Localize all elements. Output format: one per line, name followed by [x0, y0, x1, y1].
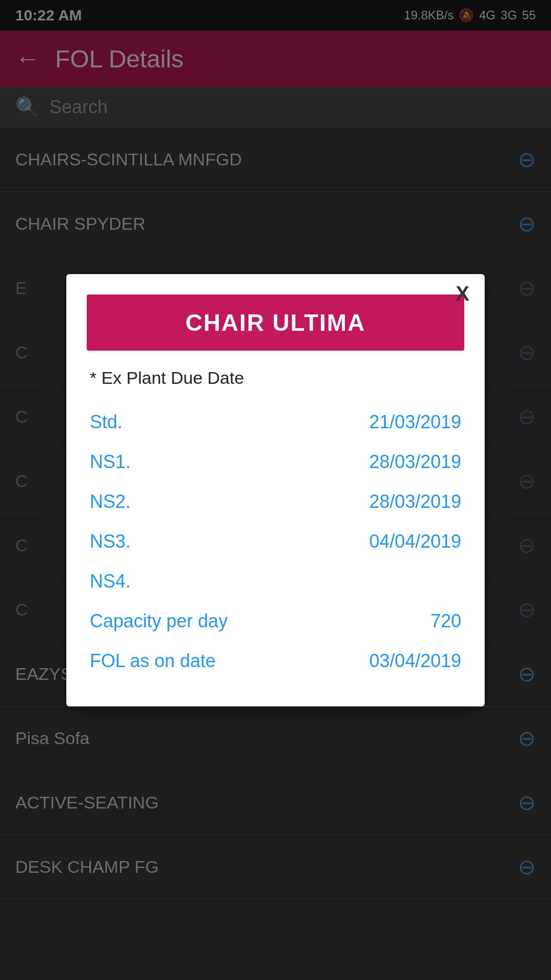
modal-title-bar: CHAIR ULTIMA [87, 295, 464, 351]
modal-label-ns1: NS1. [90, 451, 131, 473]
modal-label-ns4: NS4. [90, 571, 131, 592]
modal-label-fol: FOL as on date [90, 650, 216, 672]
modal-label-std: Std. [90, 411, 122, 433]
modal-close-button[interactable]: X [456, 283, 469, 304]
modal-dialog: X CHAIR ULTIMA * Ex Plant Due Date Std. … [66, 274, 485, 706]
modal-label-ns2: NS2. [90, 491, 131, 512]
modal-label-ns3: NS3. [90, 531, 131, 552]
modal-row-ns2: NS2. 28/03/2019 [87, 482, 464, 522]
modal-product-title: CHAIR ULTIMA [186, 309, 366, 336]
modal-row-capacity: Capacity per day 720 [87, 601, 464, 641]
modal-label-capacity: Capacity per day [90, 610, 228, 632]
modal-value-ns3: 04/04/2019 [369, 531, 461, 552]
modal-value-ns2: 28/03/2019 [369, 491, 461, 512]
modal-subtitle: * Ex Plant Due Date [87, 368, 464, 388]
modal-value-std: 21/03/2019 [369, 411, 461, 433]
modal-row-ns1: NS1. 28/03/2019 [87, 442, 464, 482]
modal-row-std: Std. 21/03/2019 [87, 402, 464, 442]
modal-row-ns4: NS4. [87, 561, 464, 601]
modal-value-ns1: 28/03/2019 [369, 451, 461, 473]
modal-row-fol: FOL as on date 03/04/2019 [87, 641, 464, 681]
modal-overlay[interactable]: X CHAIR ULTIMA * Ex Plant Due Date Std. … [0, 0, 551, 980]
modal-value-capacity: 720 [431, 610, 461, 632]
modal-row-ns3: NS3. 04/04/2019 [87, 522, 464, 561]
modal-value-fol: 03/04/2019 [369, 650, 461, 672]
